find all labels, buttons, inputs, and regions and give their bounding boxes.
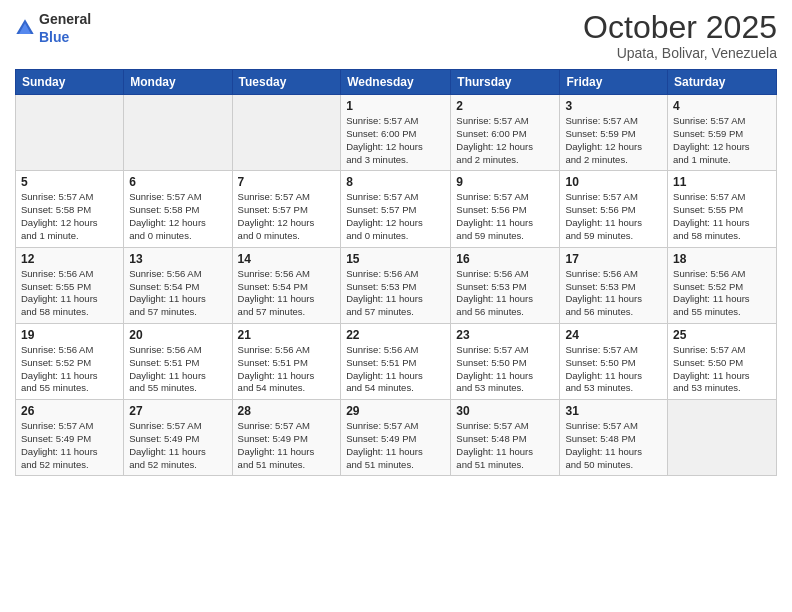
logo-blue: Blue <box>39 29 69 45</box>
calendar-cell: 19Sunrise: 5:56 AMSunset: 5:52 PMDayligh… <box>16 323 124 399</box>
day-number: 26 <box>21 404 118 418</box>
day-number: 31 <box>565 404 662 418</box>
calendar-cell <box>232 95 341 171</box>
calendar-header-row: SundayMondayTuesdayWednesdayThursdayFrid… <box>16 70 777 95</box>
calendar-cell: 27Sunrise: 5:57 AMSunset: 5:49 PMDayligh… <box>124 400 232 476</box>
day-info: Sunrise: 5:56 AMSunset: 5:53 PMDaylight:… <box>565 268 662 319</box>
calendar-week-1: 1Sunrise: 5:57 AMSunset: 6:00 PMDaylight… <box>16 95 777 171</box>
calendar-header-monday: Monday <box>124 70 232 95</box>
calendar-header-saturday: Saturday <box>668 70 777 95</box>
calendar-cell: 8Sunrise: 5:57 AMSunset: 5:57 PMDaylight… <box>341 171 451 247</box>
day-number: 7 <box>238 175 336 189</box>
calendar-cell <box>668 400 777 476</box>
day-info: Sunrise: 5:57 AMSunset: 5:58 PMDaylight:… <box>21 191 118 242</box>
calendar-cell: 4Sunrise: 5:57 AMSunset: 5:59 PMDaylight… <box>668 95 777 171</box>
day-number: 4 <box>673 99 771 113</box>
day-info: Sunrise: 5:57 AMSunset: 6:00 PMDaylight:… <box>346 115 445 166</box>
calendar-week-2: 5Sunrise: 5:57 AMSunset: 5:58 PMDaylight… <box>16 171 777 247</box>
day-number: 19 <box>21 328 118 342</box>
day-info: Sunrise: 5:57 AMSunset: 5:48 PMDaylight:… <box>565 420 662 471</box>
day-number: 17 <box>565 252 662 266</box>
calendar-cell: 22Sunrise: 5:56 AMSunset: 5:51 PMDayligh… <box>341 323 451 399</box>
day-number: 9 <box>456 175 554 189</box>
day-info: Sunrise: 5:56 AMSunset: 5:54 PMDaylight:… <box>129 268 226 319</box>
calendar-cell: 7Sunrise: 5:57 AMSunset: 5:57 PMDaylight… <box>232 171 341 247</box>
day-number: 11 <box>673 175 771 189</box>
calendar-cell: 13Sunrise: 5:56 AMSunset: 5:54 PMDayligh… <box>124 247 232 323</box>
day-number: 2 <box>456 99 554 113</box>
calendar-week-3: 12Sunrise: 5:56 AMSunset: 5:55 PMDayligh… <box>16 247 777 323</box>
calendar-cell: 1Sunrise: 5:57 AMSunset: 6:00 PMDaylight… <box>341 95 451 171</box>
day-info: Sunrise: 5:57 AMSunset: 5:49 PMDaylight:… <box>238 420 336 471</box>
calendar-cell: 11Sunrise: 5:57 AMSunset: 5:55 PMDayligh… <box>668 171 777 247</box>
day-info: Sunrise: 5:57 AMSunset: 5:49 PMDaylight:… <box>346 420 445 471</box>
day-info: Sunrise: 5:56 AMSunset: 5:51 PMDaylight:… <box>238 344 336 395</box>
day-info: Sunrise: 5:57 AMSunset: 5:56 PMDaylight:… <box>565 191 662 242</box>
calendar-cell: 10Sunrise: 5:57 AMSunset: 5:56 PMDayligh… <box>560 171 668 247</box>
day-info: Sunrise: 5:57 AMSunset: 5:48 PMDaylight:… <box>456 420 554 471</box>
day-info: Sunrise: 5:56 AMSunset: 5:51 PMDaylight:… <box>129 344 226 395</box>
day-number: 21 <box>238 328 336 342</box>
calendar-header-sunday: Sunday <box>16 70 124 95</box>
day-info: Sunrise: 5:57 AMSunset: 5:59 PMDaylight:… <box>565 115 662 166</box>
calendar-cell: 31Sunrise: 5:57 AMSunset: 5:48 PMDayligh… <box>560 400 668 476</box>
main-title: October 2025 <box>583 10 777 45</box>
day-number: 18 <box>673 252 771 266</box>
calendar-cell: 16Sunrise: 5:56 AMSunset: 5:53 PMDayligh… <box>451 247 560 323</box>
calendar-header-wednesday: Wednesday <box>341 70 451 95</box>
day-number: 12 <box>21 252 118 266</box>
day-number: 22 <box>346 328 445 342</box>
day-info: Sunrise: 5:57 AMSunset: 5:50 PMDaylight:… <box>673 344 771 395</box>
logo: General Blue <box>15 10 91 46</box>
day-number: 15 <box>346 252 445 266</box>
day-number: 13 <box>129 252 226 266</box>
day-info: Sunrise: 5:56 AMSunset: 5:53 PMDaylight:… <box>456 268 554 319</box>
calendar-cell: 3Sunrise: 5:57 AMSunset: 5:59 PMDaylight… <box>560 95 668 171</box>
calendar-cell: 21Sunrise: 5:56 AMSunset: 5:51 PMDayligh… <box>232 323 341 399</box>
day-info: Sunrise: 5:57 AMSunset: 5:55 PMDaylight:… <box>673 191 771 242</box>
calendar-cell <box>124 95 232 171</box>
calendar-cell: 26Sunrise: 5:57 AMSunset: 5:49 PMDayligh… <box>16 400 124 476</box>
calendar-cell: 18Sunrise: 5:56 AMSunset: 5:52 PMDayligh… <box>668 247 777 323</box>
day-info: Sunrise: 5:56 AMSunset: 5:55 PMDaylight:… <box>21 268 118 319</box>
calendar-cell: 25Sunrise: 5:57 AMSunset: 5:50 PMDayligh… <box>668 323 777 399</box>
day-number: 25 <box>673 328 771 342</box>
day-number: 23 <box>456 328 554 342</box>
day-number: 24 <box>565 328 662 342</box>
calendar-cell: 5Sunrise: 5:57 AMSunset: 5:58 PMDaylight… <box>16 171 124 247</box>
logo-general: General <box>39 11 91 27</box>
logo-text: General Blue <box>39 10 91 46</box>
day-info: Sunrise: 5:57 AMSunset: 5:57 PMDaylight:… <box>346 191 445 242</box>
day-info: Sunrise: 5:56 AMSunset: 5:54 PMDaylight:… <box>238 268 336 319</box>
day-number: 10 <box>565 175 662 189</box>
calendar-week-5: 26Sunrise: 5:57 AMSunset: 5:49 PMDayligh… <box>16 400 777 476</box>
day-number: 28 <box>238 404 336 418</box>
calendar-cell: 12Sunrise: 5:56 AMSunset: 5:55 PMDayligh… <box>16 247 124 323</box>
day-number: 6 <box>129 175 226 189</box>
day-number: 20 <box>129 328 226 342</box>
calendar-cell: 28Sunrise: 5:57 AMSunset: 5:49 PMDayligh… <box>232 400 341 476</box>
title-block: October 2025 Upata, Bolivar, Venezuela <box>583 10 777 61</box>
calendar-cell: 9Sunrise: 5:57 AMSunset: 5:56 PMDaylight… <box>451 171 560 247</box>
day-number: 29 <box>346 404 445 418</box>
day-info: Sunrise: 5:57 AMSunset: 5:58 PMDaylight:… <box>129 191 226 242</box>
logo-icon <box>15 18 35 38</box>
day-info: Sunrise: 5:56 AMSunset: 5:53 PMDaylight:… <box>346 268 445 319</box>
page-container: General Blue October 2025 Upata, Bolivar… <box>0 0 792 486</box>
day-info: Sunrise: 5:57 AMSunset: 5:56 PMDaylight:… <box>456 191 554 242</box>
calendar-cell: 30Sunrise: 5:57 AMSunset: 5:48 PMDayligh… <box>451 400 560 476</box>
calendar-table: SundayMondayTuesdayWednesdayThursdayFrid… <box>15 69 777 476</box>
day-number: 1 <box>346 99 445 113</box>
calendar-cell: 17Sunrise: 5:56 AMSunset: 5:53 PMDayligh… <box>560 247 668 323</box>
calendar-header-thursday: Thursday <box>451 70 560 95</box>
subtitle: Upata, Bolivar, Venezuela <box>583 45 777 61</box>
day-number: 27 <box>129 404 226 418</box>
day-info: Sunrise: 5:57 AMSunset: 5:49 PMDaylight:… <box>129 420 226 471</box>
day-number: 16 <box>456 252 554 266</box>
calendar-cell: 2Sunrise: 5:57 AMSunset: 6:00 PMDaylight… <box>451 95 560 171</box>
calendar-cell: 6Sunrise: 5:57 AMSunset: 5:58 PMDaylight… <box>124 171 232 247</box>
calendar-cell: 15Sunrise: 5:56 AMSunset: 5:53 PMDayligh… <box>341 247 451 323</box>
day-info: Sunrise: 5:57 AMSunset: 5:57 PMDaylight:… <box>238 191 336 242</box>
day-info: Sunrise: 5:56 AMSunset: 5:52 PMDaylight:… <box>673 268 771 319</box>
day-number: 30 <box>456 404 554 418</box>
